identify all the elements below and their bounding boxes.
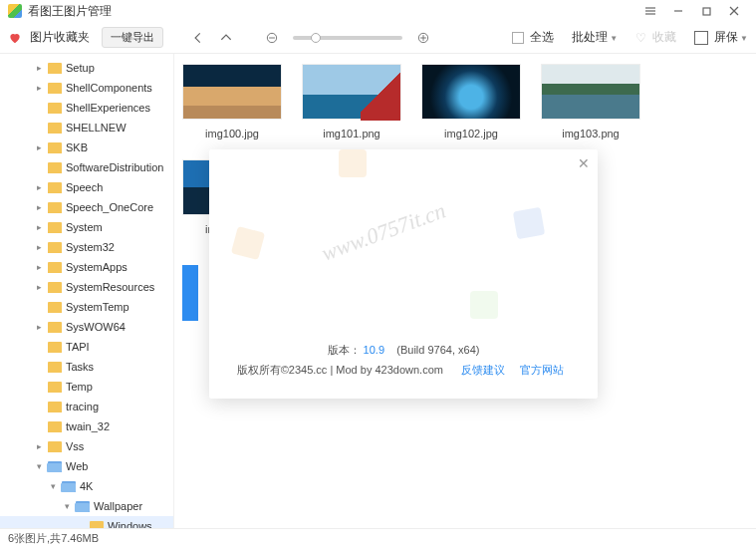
- thumbnail[interactable]: img101.png: [302, 64, 401, 139]
- folder-icon: [48, 282, 62, 293]
- tree-item[interactable]: SoftwareDistribution: [0, 157, 173, 177]
- batch-process-button[interactable]: 批处理▼: [572, 29, 618, 46]
- thumbnail[interactable]: img100.jpg: [182, 64, 282, 139]
- expand-icon[interactable]: ▸: [34, 242, 44, 252]
- tree-label: ShellComponents: [66, 82, 152, 94]
- tree-label: tracing: [66, 401, 99, 412]
- folder-icon: [48, 142, 62, 153]
- tree-item[interactable]: SHELLNEW: [0, 118, 173, 137]
- version-line: 版本： 10.9 (Build 9764, x64): [209, 341, 598, 361]
- toolbar: 图片收藏夹 一键导出 全选 批处理▼ ♡ 收藏 屏保▼: [0, 22, 756, 54]
- zoom-slider[interactable]: [293, 36, 402, 40]
- collapse-icon[interactable]: ▾: [34, 461, 44, 471]
- watermark-box-icon: [513, 207, 545, 239]
- about-dialog: ✕ www.0757it.cn 版本： 10.9 (Build 9764, x6…: [209, 149, 598, 399]
- folder-icon: [48, 182, 62, 193]
- tree-item[interactable]: Temp: [0, 377, 173, 397]
- tree-item[interactable]: ▾Wallpaper: [0, 496, 173, 516]
- expand-icon[interactable]: ▸: [34, 182, 44, 192]
- favorites-label[interactable]: 图片收藏夹: [30, 29, 90, 46]
- thumbnail-image[interactable]: [421, 64, 521, 120]
- folder-icon: [48, 461, 62, 472]
- zoom-out-button[interactable]: [261, 27, 283, 49]
- tree-label: SoftwareDistribution: [66, 161, 163, 173]
- tree-item[interactable]: ▸System: [0, 217, 173, 237]
- screensaver-button[interactable]: 屏保▼: [714, 29, 748, 46]
- tree-label: Windows: [108, 520, 152, 528]
- watermark-box-icon: [470, 291, 498, 319]
- partial-thumbnail[interactable]: [182, 265, 198, 321]
- tree-item[interactable]: ▸ShellComponents: [0, 78, 173, 98]
- version-number: 10.9: [364, 344, 384, 356]
- expand-icon[interactable]: ▸: [34, 63, 44, 73]
- collapse-icon[interactable]: ▾: [48, 481, 58, 491]
- up-button[interactable]: [215, 27, 237, 49]
- close-button[interactable]: [720, 1, 748, 21]
- folder-icon: [48, 421, 62, 432]
- zoom-in-button[interactable]: [412, 27, 434, 49]
- expand-icon[interactable]: ▸: [34, 322, 44, 332]
- app-icon: [8, 4, 22, 18]
- thumbnail[interactable]: img102.jpg: [421, 64, 521, 139]
- collapse-icon[interactable]: ▾: [62, 501, 72, 511]
- thumbnail[interactable]: img103.png: [541, 64, 640, 139]
- select-all-checkbox[interactable]: [512, 32, 524, 44]
- menu-button[interactable]: [636, 1, 664, 21]
- tree-item[interactable]: ▸Speech_OneCore: [0, 197, 173, 217]
- thumbnail-filename: img100.jpg: [182, 128, 282, 139]
- expand-icon[interactable]: ▸: [34, 262, 44, 272]
- expand-icon[interactable]: ▸: [34, 282, 44, 292]
- tree-item[interactable]: ▾Web: [0, 456, 173, 476]
- tree-label: Temp: [66, 381, 93, 393]
- expand-icon[interactable]: ▸: [34, 441, 44, 451]
- tree-item[interactable]: tracing: [0, 397, 173, 416]
- tree-item[interactable]: ▾4K: [0, 476, 173, 496]
- back-button[interactable]: [187, 27, 209, 49]
- tree-item[interactable]: ▸SystemResources: [0, 277, 173, 297]
- website-link[interactable]: 官方网站: [520, 364, 564, 376]
- minimize-button[interactable]: [664, 1, 692, 21]
- tree-label: ShellExperiences: [66, 102, 150, 114]
- watermark-box-icon: [339, 149, 367, 177]
- tree-item[interactable]: ▸SysWOW64: [0, 317, 173, 337]
- tree-label: twain_32: [66, 420, 110, 432]
- folder-icon: [48, 362, 62, 373]
- thumbnail-image[interactable]: [302, 64, 401, 120]
- slider-knob[interactable]: [311, 33, 321, 43]
- maximize-button[interactable]: [692, 1, 720, 21]
- folder-icon: [48, 342, 62, 353]
- expand-icon[interactable]: ▸: [34, 222, 44, 232]
- thumbnail-image[interactable]: [541, 64, 640, 120]
- tree-item[interactable]: ▸Vss: [0, 436, 173, 456]
- tree-label: Vss: [66, 440, 84, 452]
- favorite-button[interactable]: 收藏: [652, 29, 676, 46]
- tree-label: SystemTemp: [66, 301, 129, 313]
- tree-label: Wallpaper: [94, 500, 142, 512]
- tree-label: System32: [66, 241, 115, 253]
- tree-item[interactable]: SystemTemp: [0, 297, 173, 317]
- expand-icon[interactable]: ▸: [34, 202, 44, 212]
- tree-label: System: [66, 221, 103, 233]
- tree-item[interactable]: ShellExperiences: [0, 98, 173, 118]
- copyright-line: 版权所有©2345.cc | Mod by 423down.com 反馈建议 官…: [209, 361, 598, 381]
- tree-item[interactable]: twain_32: [0, 416, 173, 436]
- folder-tree[interactable]: ▸Setup▸ShellComponentsShellExperiencesSH…: [0, 54, 174, 528]
- feedback-link[interactable]: 反馈建议: [461, 364, 505, 376]
- dialog-close-button[interactable]: ✕: [578, 155, 590, 171]
- tree-item[interactable]: ▸Setup: [0, 58, 173, 78]
- tree-item[interactable]: Tasks: [0, 357, 173, 377]
- tree-item[interactable]: ▸SKB: [0, 137, 173, 157]
- tree-item[interactable]: ▸System32: [0, 237, 173, 257]
- tree-item[interactable]: ▸Speech: [0, 177, 173, 197]
- tree-item[interactable]: Windows: [0, 516, 173, 528]
- tree-label: SKB: [66, 141, 88, 153]
- tree-item[interactable]: ▸SystemApps: [0, 257, 173, 277]
- expand-icon[interactable]: ▸: [34, 142, 44, 152]
- export-button[interactable]: 一键导出: [102, 27, 163, 48]
- thumbnail-image[interactable]: [182, 64, 282, 120]
- expand-icon[interactable]: ▸: [34, 83, 44, 93]
- tree-item[interactable]: TAPI: [0, 337, 173, 357]
- select-all-label[interactable]: 全选: [530, 29, 554, 46]
- folder-icon: [76, 501, 90, 512]
- status-bar: 6张图片,共7.46MB: [0, 528, 756, 548]
